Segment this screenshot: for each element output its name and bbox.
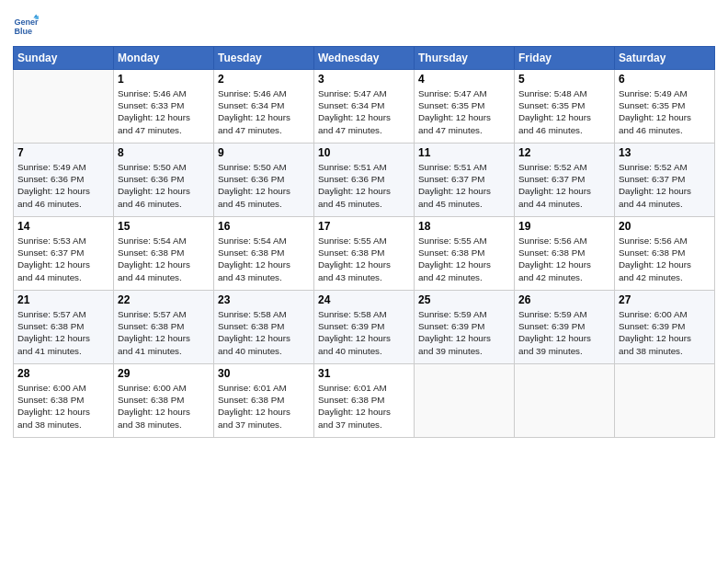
day-info: Sunrise: 5:58 AM Sunset: 6:38 PM Dayligh… <box>218 308 310 357</box>
day-cell: 16Sunrise: 5:54 AM Sunset: 6:38 PM Dayli… <box>214 217 314 291</box>
day-number: 23 <box>218 293 310 306</box>
logo: General Blue <box>13 13 42 39</box>
day-number: 29 <box>118 367 210 380</box>
day-cell: 10Sunrise: 5:51 AM Sunset: 6:36 PM Dayli… <box>314 144 415 217</box>
day-info: Sunrise: 5:50 AM Sunset: 6:36 PM Dayligh… <box>118 161 210 210</box>
day-number: 17 <box>318 220 410 233</box>
week-row-2: 7Sunrise: 5:49 AM Sunset: 6:36 PM Daylig… <box>14 144 715 217</box>
day-info: Sunrise: 5:50 AM Sunset: 6:36 PM Dayligh… <box>218 161 310 210</box>
day-number: 4 <box>418 73 510 86</box>
day-cell <box>14 70 114 144</box>
week-row-1: 1Sunrise: 5:46 AM Sunset: 6:33 PM Daylig… <box>14 70 715 144</box>
day-info: Sunrise: 5:59 AM Sunset: 6:39 PM Dayligh… <box>418 308 510 357</box>
day-cell: 6Sunrise: 5:49 AM Sunset: 6:35 PM Daylig… <box>615 70 715 144</box>
day-number: 1 <box>118 73 210 86</box>
col-header-sunday: Sunday <box>14 47 114 70</box>
day-info: Sunrise: 6:00 AM Sunset: 6:39 PM Dayligh… <box>619 308 711 357</box>
day-cell: 31Sunrise: 6:01 AM Sunset: 6:38 PM Dayli… <box>314 364 415 438</box>
header: General Blue <box>13 9 715 39</box>
day-cell: 9Sunrise: 5:50 AM Sunset: 6:36 PM Daylig… <box>214 144 314 217</box>
day-info: Sunrise: 5:47 AM Sunset: 6:35 PM Dayligh… <box>418 87 510 136</box>
day-info: Sunrise: 5:57 AM Sunset: 6:38 PM Dayligh… <box>17 308 109 357</box>
day-number: 31 <box>318 367 410 380</box>
day-info: Sunrise: 5:59 AM Sunset: 6:39 PM Dayligh… <box>518 308 610 357</box>
day-cell: 20Sunrise: 5:56 AM Sunset: 6:38 PM Dayli… <box>615 217 715 291</box>
day-cell: 4Sunrise: 5:47 AM Sunset: 6:35 PM Daylig… <box>415 70 515 144</box>
day-number: 25 <box>418 293 510 306</box>
svg-text:General: General <box>14 17 39 27</box>
col-header-tuesday: Tuesday <box>214 47 314 70</box>
day-number: 16 <box>218 220 310 233</box>
day-number: 11 <box>418 146 510 159</box>
day-cell: 22Sunrise: 5:57 AM Sunset: 6:38 PM Dayli… <box>114 291 214 364</box>
day-info: Sunrise: 6:01 AM Sunset: 6:38 PM Dayligh… <box>318 382 410 431</box>
day-cell: 8Sunrise: 5:50 AM Sunset: 6:36 PM Daylig… <box>114 144 214 217</box>
day-number: 6 <box>619 73 711 86</box>
day-cell: 23Sunrise: 5:58 AM Sunset: 6:38 PM Dayli… <box>214 291 314 364</box>
calendar-body: 1Sunrise: 5:46 AM Sunset: 6:33 PM Daylig… <box>14 70 715 438</box>
calendar-header: SundayMondayTuesdayWednesdayThursdayFrid… <box>14 47 715 70</box>
week-row-3: 14Sunrise: 5:53 AM Sunset: 6:37 PM Dayli… <box>14 217 715 291</box>
day-info: Sunrise: 6:00 AM Sunset: 6:38 PM Dayligh… <box>118 382 210 431</box>
col-header-friday: Friday <box>515 47 615 70</box>
day-info: Sunrise: 5:55 AM Sunset: 6:38 PM Dayligh… <box>418 235 510 283</box>
col-header-monday: Monday <box>114 47 214 70</box>
day-number: 10 <box>318 146 410 159</box>
day-number: 12 <box>518 146 610 159</box>
day-info: Sunrise: 5:51 AM Sunset: 6:37 PM Dayligh… <box>418 161 510 210</box>
day-cell <box>615 364 715 438</box>
day-info: Sunrise: 5:47 AM Sunset: 6:34 PM Dayligh… <box>318 87 410 136</box>
day-info: Sunrise: 5:56 AM Sunset: 6:38 PM Dayligh… <box>619 235 711 283</box>
logo-icon: General Blue <box>13 13 39 39</box>
day-cell: 1Sunrise: 5:46 AM Sunset: 6:33 PM Daylig… <box>114 70 214 144</box>
day-number: 22 <box>118 293 210 306</box>
day-number: 2 <box>218 73 310 86</box>
day-info: Sunrise: 5:53 AM Sunset: 6:37 PM Dayligh… <box>17 235 109 283</box>
day-number: 5 <box>518 73 610 86</box>
day-info: Sunrise: 5:46 AM Sunset: 6:34 PM Dayligh… <box>218 87 310 136</box>
day-info: Sunrise: 6:01 AM Sunset: 6:38 PM Dayligh… <box>218 382 310 431</box>
day-number: 19 <box>518 220 610 233</box>
day-cell: 13Sunrise: 5:52 AM Sunset: 6:37 PM Dayli… <box>615 144 715 217</box>
day-cell: 21Sunrise: 5:57 AM Sunset: 6:38 PM Dayli… <box>14 291 114 364</box>
day-info: Sunrise: 5:48 AM Sunset: 6:35 PM Dayligh… <box>518 87 610 136</box>
day-number: 14 <box>17 220 109 233</box>
day-info: Sunrise: 5:49 AM Sunset: 6:36 PM Dayligh… <box>17 161 109 210</box>
day-cell <box>415 364 515 438</box>
day-info: Sunrise: 5:49 AM Sunset: 6:35 PM Dayligh… <box>619 87 711 136</box>
day-number: 7 <box>17 146 109 159</box>
col-header-wednesday: Wednesday <box>314 47 415 70</box>
week-row-4: 21Sunrise: 5:57 AM Sunset: 6:38 PM Dayli… <box>14 291 715 364</box>
day-info: Sunrise: 5:55 AM Sunset: 6:38 PM Dayligh… <box>318 235 410 283</box>
day-cell: 24Sunrise: 5:58 AM Sunset: 6:39 PM Dayli… <box>314 291 415 364</box>
day-number: 24 <box>318 293 410 306</box>
day-cell: 7Sunrise: 5:49 AM Sunset: 6:36 PM Daylig… <box>14 144 114 217</box>
day-cell: 3Sunrise: 5:47 AM Sunset: 6:34 PM Daylig… <box>314 70 415 144</box>
day-number: 20 <box>619 220 711 233</box>
day-cell: 17Sunrise: 5:55 AM Sunset: 6:38 PM Dayli… <box>314 217 415 291</box>
day-cell: 25Sunrise: 5:59 AM Sunset: 6:39 PM Dayli… <box>415 291 515 364</box>
day-info: Sunrise: 5:54 AM Sunset: 6:38 PM Dayligh… <box>118 235 210 283</box>
day-cell: 26Sunrise: 5:59 AM Sunset: 6:39 PM Dayli… <box>515 291 615 364</box>
day-number: 13 <box>619 146 711 159</box>
day-number: 9 <box>218 146 310 159</box>
svg-text:Blue: Blue <box>14 27 32 36</box>
calendar-table: SundayMondayTuesdayWednesdayThursdayFrid… <box>13 46 715 438</box>
day-info: Sunrise: 5:51 AM Sunset: 6:36 PM Dayligh… <box>318 161 410 210</box>
day-cell: 14Sunrise: 5:53 AM Sunset: 6:37 PM Dayli… <box>14 217 114 291</box>
day-cell: 12Sunrise: 5:52 AM Sunset: 6:37 PM Dayli… <box>515 144 615 217</box>
day-info: Sunrise: 5:56 AM Sunset: 6:38 PM Dayligh… <box>518 235 610 283</box>
col-header-thursday: Thursday <box>415 47 515 70</box>
day-info: Sunrise: 6:00 AM Sunset: 6:38 PM Dayligh… <box>17 382 109 431</box>
day-cell <box>515 364 615 438</box>
day-number: 27 <box>619 293 711 306</box>
page: General Blue SundayMondayTuesdayWednesda… <box>0 0 728 563</box>
day-number: 18 <box>418 220 510 233</box>
day-number: 15 <box>118 220 210 233</box>
day-number: 26 <box>518 293 610 306</box>
day-info: Sunrise: 5:46 AM Sunset: 6:33 PM Dayligh… <box>118 87 210 136</box>
day-info: Sunrise: 5:52 AM Sunset: 6:37 PM Dayligh… <box>518 161 610 210</box>
day-info: Sunrise: 5:54 AM Sunset: 6:38 PM Dayligh… <box>218 235 310 283</box>
day-cell: 19Sunrise: 5:56 AM Sunset: 6:38 PM Dayli… <box>515 217 615 291</box>
col-header-saturday: Saturday <box>615 47 715 70</box>
